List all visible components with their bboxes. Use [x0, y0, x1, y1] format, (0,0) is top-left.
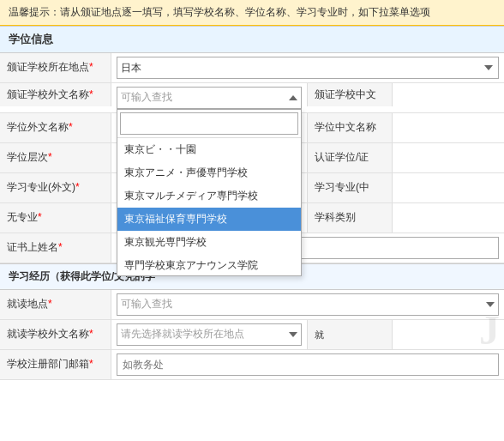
control-study-school[interactable]: 请先选择就读学校所在地点 [111, 320, 307, 349]
label-degree-foreign: 学位外文名称* [0, 113, 111, 142]
control-subject [393, 203, 504, 233]
input-school-dept[interactable] [117, 353, 499, 376]
dropdown-search-input[interactable] [120, 112, 298, 135]
history-form: 就读地点* 可输入查找 就读学校外文名称* 请先选择就读学校所在地点 就 J [0, 290, 504, 380]
study-school-select[interactable]: 请先选择就读学校所在地点 [117, 323, 302, 346]
label-major-foreign: 学习专业(外文)* [0, 173, 111, 202]
label-cert-level: 认证学位/证 [307, 143, 393, 172]
study-location-placeholder: 可输入查找 [121, 297, 172, 311]
dropdown-item-4[interactable]: 東京観光専門学校 [117, 231, 301, 254]
school-foreign-placeholder: 可输入查找 [121, 90, 172, 105]
dropdown-item-2[interactable]: 東京マルチメディア専門学校 [117, 184, 301, 208]
label-degree-chinese: 学位中文名称 [307, 113, 393, 142]
dropdown-item-1[interactable]: 東京アニメ・声優専門学校 [117, 161, 301, 184]
control-school-foreign[interactable]: 可输入查找 東京ビ・・十園 東京アニメ・声優専門学校 東京マルチメディア専門学校… [111, 83, 307, 112]
warning-banner: 温馨提示：请从颁证地点逐一填写，填写学校名称、学位名称、学习专业时，如下拉菜单选… [0, 0, 504, 26]
arrow-down-icon-school [289, 332, 297, 337]
label-study-school: 就读学校外文名称* [0, 320, 111, 349]
arrow-up-icon [289, 95, 297, 100]
section-title-degree: 学位信息 [0, 26, 504, 53]
label-major-chinese: 学习专业(中 [307, 173, 393, 202]
label-subject: 学科类别 [307, 203, 393, 233]
label-cert-name: 证书上姓名* [0, 233, 111, 263]
dropdown-item-3[interactable]: 東京福祉保育専門学校 [117, 208, 301, 231]
select-country[interactable]: 日本 [117, 57, 499, 79]
form-row-school-foreign: 颁证学校外文名称* 可输入查找 東京ビ・・十園 東京アニメ・声優専門学校 東京マ… [0, 83, 504, 113]
control-degree-chinese [393, 113, 504, 142]
control-cert-level [393, 143, 504, 172]
dropdown-search-area[interactable] [117, 110, 301, 138]
control-school-chinese [393, 83, 504, 90]
degree-form: 颁证学校所在地点* 日本 颁证学校外文名称* 可输入查找 東京ビ [0, 53, 504, 263]
form-row-study-location: 就读地点* 可输入查找 [0, 290, 504, 320]
school-foreign-select[interactable]: 可输入查找 [117, 87, 302, 109]
control-country: 日本 [111, 53, 504, 82]
control-school-dept[interactable] [111, 350, 504, 379]
dropdown-item-5[interactable]: 専門学校東京アナウンス学院 [117, 254, 301, 275]
control-major-chinese [393, 173, 504, 202]
label-country: 颁证学校所在地点* [0, 53, 111, 82]
label-study-chinese: 就 [307, 320, 393, 349]
school-foreign-dropdown: 東京ビ・・十園 東京アニメ・声優専門学校 東京マルチメディア専門学校 東京福祉保… [117, 109, 302, 276]
label-no-major: 无专业* [0, 203, 111, 233]
dropdown-item-0[interactable]: 東京ビ・・十園 [117, 138, 301, 161]
label-degree-level: 学位层次* [0, 143, 111, 172]
study-school-placeholder: 请先选择就读学校所在地点 [121, 327, 244, 341]
warning-text: 温馨提示：请从颁证地点逐一填写，填写学校名称、学位名称、学习专业时，如下拉菜单选… [9, 6, 430, 18]
dropdown-list: 東京ビ・・十園 東京アニメ・声優専門学校 東京マルチメディア専門学校 東京福祉保… [117, 138, 301, 275]
form-row-school-dept: 学校注册部门邮箱* [0, 350, 504, 380]
form-row-study-school: 就读学校外文名称* 请先选择就读学校所在地点 就 J [0, 320, 504, 350]
label-school-chinese: 颁证学校中文 [307, 83, 393, 107]
control-study-location[interactable]: 可输入查找 [111, 290, 504, 319]
study-location-select[interactable]: 可输入查找 [117, 293, 499, 316]
control-study-chinese: J [393, 320, 504, 349]
arrow-down-icon-location [486, 302, 495, 307]
form-row-country: 颁证学校所在地点* 日本 [0, 53, 504, 83]
label-school-foreign: 颁证学校外文名称* [0, 83, 111, 107]
label-study-location: 就读地点* [0, 290, 111, 319]
label-school-dept: 学校注册部门邮箱* [0, 350, 111, 379]
